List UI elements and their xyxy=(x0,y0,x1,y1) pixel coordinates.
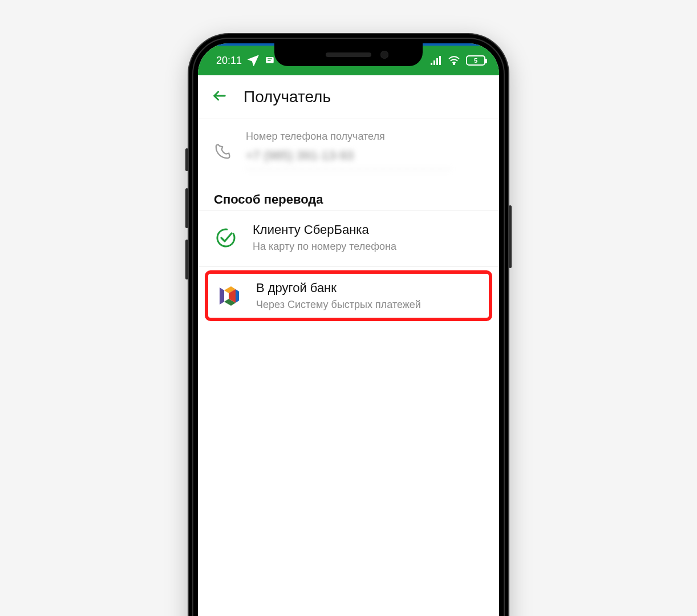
option-subtitle: На карту по номеру телефона xyxy=(253,241,396,253)
status-time: 20:11 xyxy=(216,55,242,67)
back-button[interactable] xyxy=(212,88,228,106)
option-title: В другой банк xyxy=(256,281,421,295)
transfer-method-title: Способ перевода xyxy=(198,175,499,210)
svg-rect-1 xyxy=(431,63,432,65)
sber-check-icon xyxy=(214,226,238,250)
telegram-icon xyxy=(248,55,259,66)
option-other-bank[interactable]: В другой банк Через Систему быстрых плат… xyxy=(205,270,492,321)
app-header: Получатель xyxy=(198,75,499,119)
battery-icon: 5 xyxy=(466,55,485,66)
phone-field-value: +7 (985) 391-13-93 xyxy=(246,148,451,169)
recipient-phone-field[interactable]: Номер телефона получателя +7 (985) 391-1… xyxy=(198,119,499,175)
option-title: Клиенту СберБанка xyxy=(253,222,396,237)
sbp-icon xyxy=(217,284,241,308)
option-sberbank-client[interactable]: Клиенту СберБанка На карту по номеру тел… xyxy=(198,210,499,264)
svg-point-6 xyxy=(214,226,237,249)
svg-marker-11 xyxy=(236,289,239,303)
phone-frame: 20:11 xyxy=(189,34,508,616)
svg-point-5 xyxy=(453,63,455,64)
page-title: Получатель xyxy=(244,88,331,106)
battery-level: 5 xyxy=(474,57,477,64)
wifi-icon xyxy=(448,56,460,65)
option-subtitle: Через Систему быстрых платежей xyxy=(256,299,421,311)
phone-icon xyxy=(214,143,231,163)
svg-rect-4 xyxy=(439,56,441,65)
phone-screen: 20:11 xyxy=(198,43,499,616)
svg-rect-2 xyxy=(433,60,435,65)
svg-rect-3 xyxy=(436,58,438,65)
svg-marker-7 xyxy=(220,287,224,305)
message-icon xyxy=(265,55,275,66)
phone-notch xyxy=(274,43,423,66)
phone-field-label: Номер телефона получателя xyxy=(246,131,483,143)
signal-icon xyxy=(431,56,442,65)
